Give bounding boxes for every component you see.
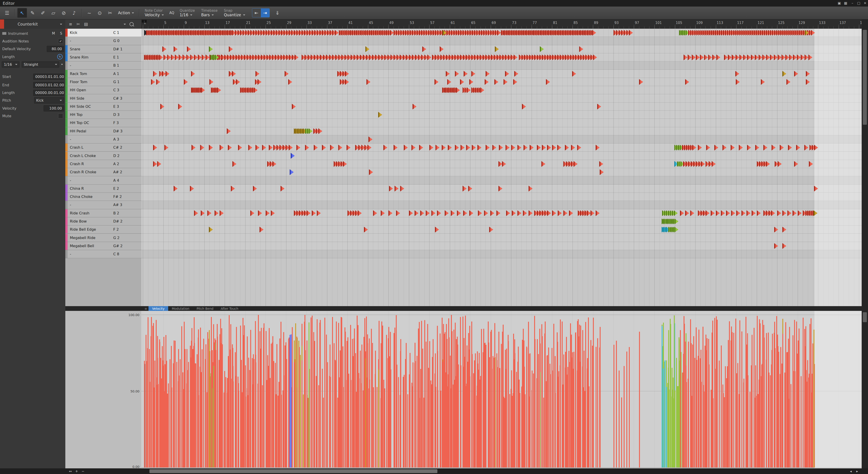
drum-row[interactable]: Snare RimE 1: [65, 53, 141, 61]
velocity-bar[interactable]: [329, 376, 330, 468]
velocity-bar[interactable]: [496, 353, 497, 468]
velocity-bar[interactable]: [419, 398, 420, 468]
velocity-bar[interactable]: [674, 398, 675, 468]
velocity-bar[interactable]: [809, 382, 810, 468]
velocity-bar[interactable]: [377, 387, 377, 468]
velocity-bar[interactable]: [692, 349, 693, 468]
velocity-bar[interactable]: [160, 358, 161, 468]
velocity-bar[interactable]: [522, 340, 523, 468]
velocity-bar[interactable]: [420, 369, 421, 468]
velocity-bar[interactable]: [147, 348, 148, 468]
drum-row[interactable]: KickC 1: [65, 29, 141, 37]
velocity-bar[interactable]: [149, 349, 150, 468]
velocity-bar[interactable]: [563, 388, 564, 468]
velocity-bar[interactable]: [295, 323, 296, 468]
velocity-bar[interactable]: [240, 325, 241, 468]
velocity-bar[interactable]: [570, 387, 571, 468]
tab-pitch-bend[interactable]: Pitch Bend: [193, 306, 217, 311]
velocity-bar[interactable]: [558, 377, 559, 468]
velocity-bar[interactable]: [711, 392, 712, 468]
velocity-bar[interactable]: [215, 350, 216, 468]
drum-row[interactable]: Megabell RideG 2: [65, 234, 141, 242]
velocity-bar[interactable]: [229, 316, 230, 468]
velocity-bar[interactable]: [685, 389, 686, 468]
velocity-bar[interactable]: [348, 374, 349, 468]
velocity-bar[interactable]: [289, 335, 290, 468]
velocity-bar[interactable]: [807, 360, 808, 468]
velocity-bar[interactable]: [146, 335, 147, 468]
velocity-bar[interactable]: [445, 332, 445, 468]
velocity-bar[interactable]: [722, 384, 723, 468]
velocity-bar[interactable]: [427, 324, 428, 468]
erase-tool-button[interactable]: ▱: [49, 8, 58, 18]
velocity-bar[interactable]: [532, 371, 532, 468]
velocity-bar[interactable]: [752, 335, 752, 468]
velocity-bar[interactable]: [343, 387, 344, 468]
velocity-bar[interactable]: [489, 357, 490, 468]
velocity-bar[interactable]: [759, 319, 760, 468]
loop-end-marker[interactable]: [145, 20, 147, 23]
snap-select[interactable]: Snap Quantize: [224, 8, 245, 17]
velocity-bar[interactable]: [317, 348, 318, 468]
velocity-bar[interactable]: [367, 343, 368, 468]
lane-resize-icon[interactable]: ↔: [68, 469, 73, 474]
velocity-bar[interactable]: [712, 333, 712, 468]
menu-icon[interactable]: ☰: [2, 8, 12, 18]
velocity-bar[interactable]: [358, 325, 359, 468]
velocity-bar[interactable]: [448, 374, 449, 468]
drum-row[interactable]: Crash R ChokeA# 2: [65, 168, 141, 176]
velocity-bar[interactable]: [491, 330, 492, 468]
velocity-bar[interactable]: [272, 336, 273, 468]
velocity-bar[interactable]: [571, 335, 572, 468]
velocity-bar[interactable]: [786, 352, 787, 468]
velocity-bar[interactable]: [388, 327, 389, 468]
line-tool-icon[interactable]: ~: [85, 8, 94, 18]
chevron-down-icon[interactable]: [124, 24, 126, 26]
start-field[interactable]: 00003.01.01.00: [33, 74, 64, 80]
velocity-bar[interactable]: [366, 378, 367, 468]
velocity-bar[interactable]: [247, 337, 248, 468]
velocity-bar[interactable]: [696, 327, 697, 468]
display-icon[interactable]: ▤: [82, 21, 90, 28]
solo-abbr[interactable]: S: [60, 31, 62, 35]
velocity-bar[interactable]: [553, 324, 554, 468]
minimize-icon[interactable]: –: [849, 0, 855, 6]
velocity-bar[interactable]: [211, 317, 212, 468]
pitch-select[interactable]: Kick: [34, 97, 64, 103]
velocity-bar[interactable]: [465, 357, 465, 468]
velocity-bar[interactable]: [731, 326, 732, 468]
velocity-bar[interactable]: [466, 384, 467, 468]
scroll-follow-button[interactable]: ⇥: [261, 8, 270, 17]
swing-select[interactable]: Straight: [22, 61, 59, 68]
paint-tool-button[interactable]: ✐: [38, 8, 48, 18]
list-icon[interactable]: ≡: [67, 21, 74, 28]
velocity-bar[interactable]: [518, 362, 518, 468]
velocity-bar[interactable]: [777, 335, 778, 468]
velocity-bar[interactable]: [381, 343, 381, 468]
audition-checkbox[interactable]: ✓: [58, 39, 63, 43]
velocity-bar[interactable]: [755, 365, 756, 468]
drum-row[interactable]: HH SideC# 3: [65, 94, 141, 102]
velocity-bar[interactable]: [341, 355, 342, 468]
velocity-bar[interactable]: [276, 344, 277, 468]
velocity-bar[interactable]: [242, 392, 243, 468]
velocity-bar[interactable]: [332, 358, 333, 468]
drum-row[interactable]: SnareD# 1: [65, 45, 141, 53]
velocity-bar[interactable]: [547, 397, 548, 468]
velocity-bar[interactable]: [409, 398, 410, 468]
velocity-bar[interactable]: [337, 398, 338, 468]
velocity-bar[interactable]: [404, 375, 405, 468]
velocity-bar[interactable]: [338, 393, 339, 468]
velocity-bar[interactable]: [546, 381, 547, 468]
velocity-bar[interactable]: [621, 398, 622, 468]
velocity-bar[interactable]: [174, 341, 175, 468]
velocity-bar[interactable]: [784, 373, 785, 468]
velocity-bar[interactable]: [484, 343, 485, 468]
velocity-bar[interactable]: [451, 388, 452, 468]
velocity-bar[interactable]: [526, 348, 527, 468]
velocity-bar[interactable]: [162, 346, 163, 468]
velocity-bar[interactable]: [422, 349, 423, 468]
drum-row[interactable]: Crash L ChokeD 2: [65, 152, 141, 160]
velocity-bar[interactable]: [303, 394, 304, 468]
dot-icon[interactable]: •: [61, 62, 63, 67]
